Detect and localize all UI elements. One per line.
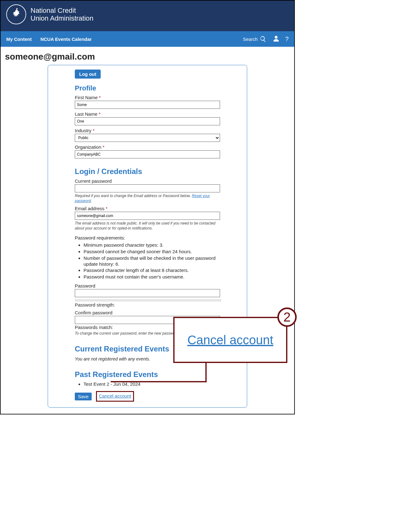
brand-line1: National Credit	[31, 7, 93, 14]
ncua-seal-logo	[6, 4, 26, 24]
confirm-password-input[interactable]	[75, 316, 220, 324]
current-events-heading: Current Registered Events	[75, 345, 220, 353]
email-input[interactable]	[75, 212, 220, 220]
pw-req-item: Password cannot be changed sooner than 2…	[84, 249, 221, 255]
password-change-help: To change the current user password, ent…	[75, 331, 220, 336]
nav-search[interactable]: Search	[243, 36, 266, 42]
first-name-label-text: First Name	[75, 95, 98, 100]
user-icon	[273, 35, 280, 42]
credentials-heading: Login / Credentials	[75, 167, 220, 176]
nav-help[interactable]: ?	[285, 36, 289, 43]
passwords-match-label: Passwords match:	[75, 325, 220, 330]
current-pw-help-prefix: Required if you want to change the Email…	[75, 194, 192, 198]
current-events-none: You are not registered with any events.	[75, 356, 220, 361]
nav-my-content[interactable]: My Content	[6, 36, 32, 42]
pw-req-item: Password must not contain the user's use…	[84, 274, 221, 280]
nav-user-icon[interactable]	[273, 35, 280, 43]
cancel-account-highlight: Cancel account	[96, 391, 134, 402]
profile-heading: Profile	[75, 84, 220, 92]
brand-text: National Credit Union Administration	[31, 7, 93, 22]
confirm-password-label: Confirm password	[75, 310, 220, 315]
callout-step-badge: 2	[277, 307, 297, 327]
eagle-icon	[10, 8, 22, 21]
password-requirements-list: Minimum password character types: 3. Pas…	[75, 242, 221, 280]
password-requirements-title: Password requirements:	[75, 235, 220, 240]
save-button[interactable]: Save	[75, 393, 92, 400]
past-events-list: Test Event 2 - Jun 04, 2024	[75, 381, 220, 387]
past-events-heading: Past Registered Events	[75, 370, 220, 379]
brand-line2: Union Administration	[31, 14, 93, 22]
email-help: The email address is not made public. It…	[75, 221, 220, 231]
nav-bar: My Content NCUA Events Calendar Search ?	[1, 31, 294, 47]
first-name-input[interactable]	[75, 101, 220, 109]
last-name-input[interactable]	[75, 117, 220, 125]
nav-search-label: Search	[243, 36, 258, 42]
cancel-account-link[interactable]: Cancel account	[99, 393, 131, 399]
current-password-input[interactable]	[75, 184, 220, 192]
first-name-label: First Name *	[75, 95, 220, 100]
pw-req-item: Minimum password character types: 3.	[84, 242, 221, 248]
industry-label-text: Industry	[75, 128, 91, 133]
top-banner: National Credit Union Administration	[1, 1, 294, 31]
password-strength-bar	[75, 299, 221, 302]
last-name-label: Last Name *	[75, 111, 220, 117]
current-pw-help-suffix: .	[91, 199, 92, 203]
organization-label: Organization *	[75, 144, 220, 150]
password-input[interactable]	[75, 289, 220, 297]
profile-card: Log out Profile First Name * Last Name *…	[48, 65, 247, 408]
past-event-item: Test Event 2 - Jun 04, 2024	[84, 381, 220, 387]
industry-label: Industry *	[75, 128, 220, 133]
current-password-label: Current password	[75, 178, 220, 184]
pw-req-item: Number of passwords that will be checked…	[84, 255, 221, 267]
industry-select[interactable]: Public	[75, 134, 220, 142]
pw-req-item: Password character length of at least 8 …	[84, 268, 221, 273]
nav-events-calendar[interactable]: NCUA Events Calendar	[41, 36, 92, 42]
page-email-heading: someone@gmail.com	[1, 47, 294, 65]
logout-button[interactable]: Log out	[75, 70, 101, 79]
current-password-help: Required if you want to change the Email…	[75, 194, 220, 203]
search-icon	[260, 36, 266, 42]
email-label-text: Email address	[75, 206, 104, 211]
last-name-label-text: Last Name	[75, 111, 98, 117]
password-label: Password	[75, 283, 220, 288]
email-label: Email address *	[75, 206, 220, 211]
organization-label-text: Organization	[75, 144, 101, 150]
password-strength-label: Password strength:	[75, 302, 220, 307]
action-row: Save Cancel account	[75, 391, 220, 402]
organization-input[interactable]	[75, 150, 220, 158]
